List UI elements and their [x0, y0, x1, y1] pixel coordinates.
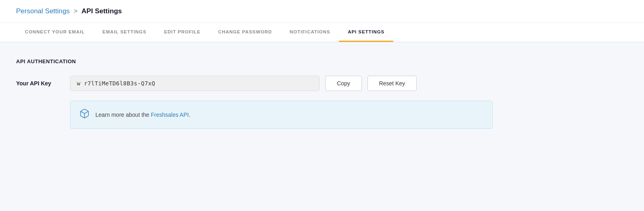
api-key-label: Your API Key — [16, 80, 64, 87]
section-title: API AUTHENTICATION — [16, 58, 628, 64]
reset-key-button[interactable]: Reset Key — [367, 76, 417, 91]
info-text: Learn more about the Freshsales API. — [95, 112, 190, 118]
breadcrumb-current: API Settings — [82, 7, 122, 15]
tab-change-password[interactable]: CHANGE PASSWORD — [209, 23, 281, 42]
api-key-input[interactable] — [70, 76, 320, 91]
copy-button[interactable]: Copy — [325, 76, 362, 91]
breadcrumb-separator: > — [74, 8, 77, 15]
tab-navigation: CONNECT YOUR EMAIL EMAIL SETTINGS EDIT P… — [0, 23, 644, 42]
breadcrumb-bar: Personal Settings > API Settings — [0, 0, 644, 23]
tab-connect-email[interactable]: CONNECT YOUR EMAIL — [16, 23, 94, 42]
breadcrumb-parent-link[interactable]: Personal Settings — [16, 7, 70, 15]
freshsales-api-link[interactable]: Freshsales API — [151, 112, 189, 118]
tab-notifications[interactable]: NOTIFICATIONS — [281, 23, 339, 42]
tab-edit-profile[interactable]: EDIT PROFILE — [155, 23, 209, 42]
api-key-row: Your API Key Copy Reset Key — [16, 76, 628, 91]
main-content: API AUTHENTICATION Your API Key Copy Res… — [0, 42, 644, 145]
tab-email-settings[interactable]: EMAIL SETTINGS — [94, 23, 155, 42]
info-box: Learn more about the Freshsales API. — [70, 101, 493, 129]
tab-api-settings[interactable]: API SETTINGS — [339, 23, 393, 42]
api-box-icon — [79, 108, 90, 121]
